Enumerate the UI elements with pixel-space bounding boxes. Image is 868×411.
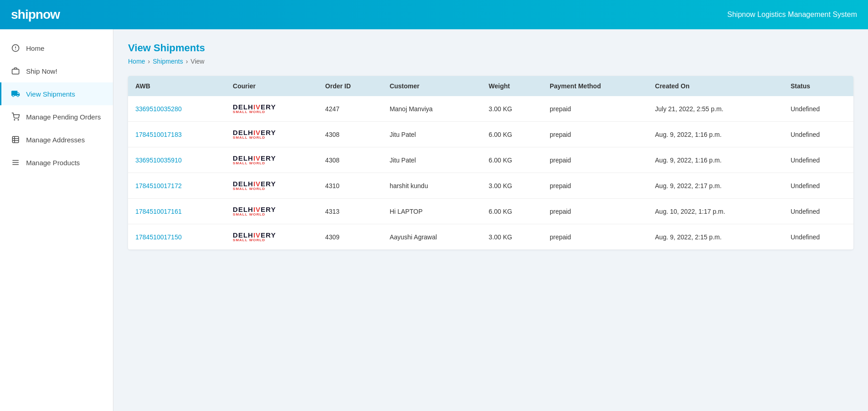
breadcrumb-sep-1: › xyxy=(148,58,150,65)
table-row: 1784510017150 DELHIVERY Small World 4309… xyxy=(128,224,853,250)
cell-customer: Jitu Patel xyxy=(382,122,482,147)
col-status: Status xyxy=(783,76,853,96)
cell-weight: 3.00 KG xyxy=(482,173,542,199)
cell-created-on: Aug. 9, 2022, 2:17 p.m. xyxy=(648,173,783,199)
sidebar-item-home[interactable]: Home xyxy=(0,37,113,59)
awb-link[interactable]: 1784510017150 xyxy=(135,233,182,241)
delhivery-name: DELHIVERY xyxy=(233,180,276,187)
cell-customer: Jitu Patel xyxy=(382,147,482,173)
cell-customer: Hi LAPTOP xyxy=(382,199,482,224)
cell-created-on: Aug. 10, 2022, 1:17 p.m. xyxy=(648,199,783,224)
sidebar-item-manage-addresses-label: Manage Addresses xyxy=(26,136,85,144)
sidebar-item-manage-pending-label: Manage Pending Orders xyxy=(26,113,101,121)
col-created-on: Created On xyxy=(648,76,783,96)
cell-weight: 6.00 KG xyxy=(482,199,542,224)
page-title: View Shipments xyxy=(128,42,853,54)
sidebar-item-ship-now-label: Ship Now! xyxy=(26,67,57,75)
delhivery-name: DELHIVERY xyxy=(233,232,276,238)
sidebar: Home Ship Now! View Shipments Manage Pen… xyxy=(0,29,113,411)
svg-rect-3 xyxy=(12,69,19,74)
home-icon xyxy=(11,43,21,53)
cell-weight: 6.00 KG xyxy=(482,122,542,147)
cell-customer: Manoj Manviya xyxy=(382,96,482,122)
delhivery-logo: DELHIVERY Small World xyxy=(233,103,311,114)
col-courier: Courier xyxy=(225,76,318,96)
cell-awb: 1784510017172 xyxy=(128,173,225,199)
cell-order-id: 4313 xyxy=(318,199,382,224)
cart-icon xyxy=(11,112,21,122)
cell-created-on: Aug. 9, 2022, 1:16 p.m. xyxy=(648,122,783,147)
cell-courier: DELHIVERY Small World xyxy=(225,122,318,147)
cell-weight: 3.00 KG xyxy=(482,224,542,250)
cell-order-id: 4310 xyxy=(318,173,382,199)
sidebar-item-manage-products[interactable]: Manage Products xyxy=(0,151,113,174)
awb-link[interactable]: 1784510017183 xyxy=(135,131,182,138)
header-system-title: Shipnow Logistics Management System xyxy=(727,11,857,19)
cell-awb: 3369510035280 xyxy=(128,96,225,122)
delhivery-logo: DELHIVERY Small World xyxy=(233,180,311,191)
shipments-table-container: AWB Courier Order ID Customer Weight Pay… xyxy=(128,76,853,249)
address-icon xyxy=(11,135,21,145)
sidebar-item-view-shipments[interactable]: View Shipments xyxy=(0,82,113,105)
cell-courier: DELHIVERY Small World xyxy=(225,147,318,173)
delhivery-tagline: Small World xyxy=(233,110,265,114)
breadcrumb-sep-2: › xyxy=(186,58,188,65)
cell-created-on: Aug. 9, 2022, 2:15 p.m. xyxy=(648,224,783,250)
delhivery-tagline: Small World xyxy=(233,187,265,191)
sidebar-item-view-shipments-label: View Shipments xyxy=(26,90,75,98)
delhivery-tagline: Small World xyxy=(233,136,265,140)
awb-link[interactable]: 1784510017172 xyxy=(135,182,182,189)
cell-order-id: 4309 xyxy=(318,224,382,250)
cell-created-on: July 21, 2022, 2:55 p.m. xyxy=(648,96,783,122)
cell-order-id: 4308 xyxy=(318,122,382,147)
cell-awb: 1784510017183 xyxy=(128,122,225,147)
breadcrumb-shipments[interactable]: Shipments xyxy=(153,58,183,65)
sidebar-item-manage-addresses[interactable]: Manage Addresses xyxy=(0,128,113,151)
sidebar-item-home-label: Home xyxy=(26,44,44,52)
sidebar-item-ship-now[interactable]: Ship Now! xyxy=(0,59,113,82)
sidebar-item-manage-pending[interactable]: Manage Pending Orders xyxy=(0,105,113,128)
cell-created-on: Aug. 9, 2022, 1:16 p.m. xyxy=(648,147,783,173)
cell-awb: 3369510035910 xyxy=(128,147,225,173)
table-row: 1784510017183 DELHIVERY Small World 4308… xyxy=(128,122,853,147)
delhivery-name: DELHIVERY xyxy=(233,103,276,110)
col-weight: Weight xyxy=(482,76,542,96)
sidebar-item-manage-products-label: Manage Products xyxy=(26,159,80,167)
cell-weight: 3.00 KG xyxy=(482,96,542,122)
cell-customer: Aayushi Agrawal xyxy=(382,224,482,250)
breadcrumb-home[interactable]: Home xyxy=(128,58,145,65)
awb-link[interactable]: 3369510035280 xyxy=(135,105,182,113)
main-content: View Shipments Home › Shipments › View A… xyxy=(113,29,868,411)
delhivery-name: DELHIVERY xyxy=(233,129,276,136)
cell-payment: prepaid xyxy=(542,173,648,199)
delhivery-logo: DELHIVERY Small World xyxy=(233,129,311,140)
truck-icon xyxy=(11,89,21,99)
cell-order-id: 4308 xyxy=(318,147,382,173)
delhivery-name: DELHIVERY xyxy=(233,155,276,162)
cell-order-id: 4247 xyxy=(318,96,382,122)
cell-weight: 6.00 KG xyxy=(482,147,542,173)
delhivery-logo: DELHIVERY Small World xyxy=(233,155,311,165)
shipments-table: AWB Courier Order ID Customer Weight Pay… xyxy=(128,76,853,249)
cell-status: Undefined xyxy=(783,96,853,122)
table-row: 1784510017161 DELHIVERY Small World 4313… xyxy=(128,199,853,224)
svg-rect-6 xyxy=(12,136,19,143)
cell-customer: harshit kundu xyxy=(382,173,482,199)
delhivery-logo: DELHIVERY Small World xyxy=(233,232,311,242)
delhivery-name: DELHIVERY xyxy=(233,206,276,213)
cell-payment: prepaid xyxy=(542,147,648,173)
table-row: 3369510035280 DELHIVERY Small World 4247… xyxy=(128,96,853,122)
table-row: 3369510035910 DELHIVERY Small World 4308… xyxy=(128,147,853,173)
ship-icon xyxy=(11,66,21,76)
awb-link[interactable]: 3369510035910 xyxy=(135,157,182,164)
cell-payment: prepaid xyxy=(542,224,648,250)
cell-status: Undefined xyxy=(783,147,853,173)
cell-courier: DELHIVERY Small World xyxy=(225,199,318,224)
cell-status: Undefined xyxy=(783,122,853,147)
cell-payment: prepaid xyxy=(542,122,648,147)
cell-status: Undefined xyxy=(783,173,853,199)
main-layout: Home Ship Now! View Shipments Manage Pen… xyxy=(0,29,868,411)
delhivery-tagline: Small World xyxy=(233,162,265,165)
cell-status: Undefined xyxy=(783,199,853,224)
awb-link[interactable]: 1784510017161 xyxy=(135,208,182,215)
